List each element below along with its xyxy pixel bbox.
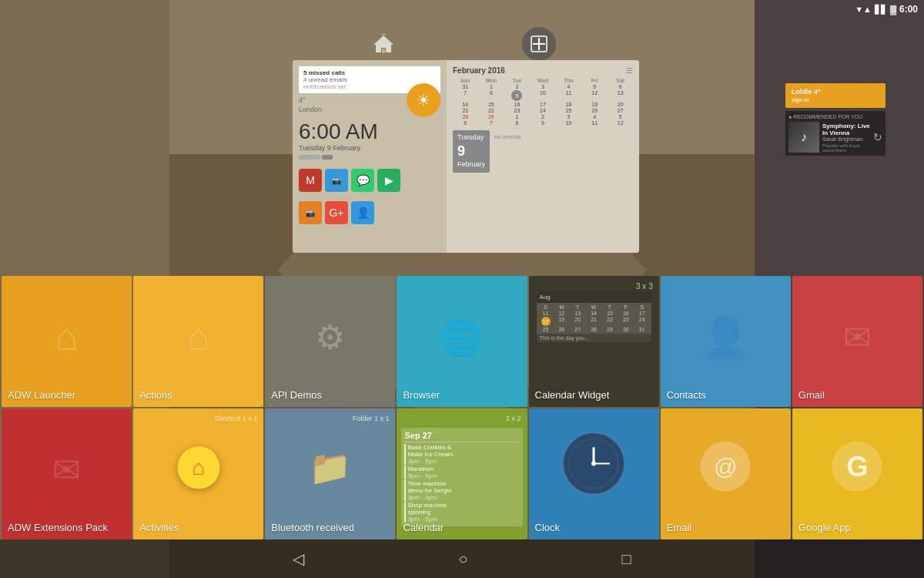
api-demos-icon: ⚙ — [315, 318, 345, 357]
preview-area: 5 missed calls 4 unread emails notificat… — [293, 60, 639, 253]
tile-clock[interactable]: Clock — [529, 408, 659, 539]
tile-adw-launcher[interactable]: ⌂ ADW Launcher — [2, 276, 132, 407]
browser-label: Browser — [403, 389, 521, 401]
api-demos-label: API Demos — [271, 389, 389, 401]
adw-extensions-label: ADW Extensions Pack — [8, 522, 126, 533]
home-icon-top[interactable] — [368, 29, 399, 59]
back-button[interactable]: ◁ — [293, 549, 304, 568]
contacts-icon: 👤 — [701, 314, 749, 359]
preview-temp: 4° — [299, 96, 322, 104]
activities-label: Activities — [139, 522, 257, 533]
adw-launcher-icon: ⌂ — [55, 314, 78, 359]
right-widget: Loldie 4° sign-in ● RECOMMENDED FOR YOU … — [785, 83, 886, 156]
right-widget-top: Loldie 4° sign-in — [785, 83, 886, 108]
app-row-1: ⌂ ADW Launcher ⌂ Actions ⚙ API Demos 🌐 B… — [2, 276, 922, 407]
tile-bluetooth[interactable]: Folder 1 x 1 📁 Bluetooth received — [265, 408, 395, 539]
rec-refresh-icon[interactable]: ↻ — [873, 131, 882, 143]
app-row-2: ✉ ADW Extensions Pack Shortcut 1 x 1 ⌂ A… — [2, 408, 922, 539]
home-button[interactable]: ○ — [458, 550, 467, 568]
wifi-icon: ▼▲ — [855, 5, 872, 14]
tile-adw-extensions[interactable]: ✉ ADW Extensions Pack — [2, 408, 132, 539]
preview-left-panel: 5 missed calls 4 unread emails notificat… — [293, 60, 447, 253]
shortcut-badge: Shortcut 1 x 1 — [215, 415, 258, 422]
activities-icon: ⌂ — [177, 446, 219, 489]
calendar-2x2-badge: 2 x 2 — [506, 415, 521, 422]
rec-song-title: Symphony: Live In Vienna — [822, 123, 870, 136]
calendar-grid: SunMonTueWedThuFriSat 31123456 789101112… — [453, 78, 633, 126]
tile-actions[interactable]: ⌂ Actions — [133, 276, 263, 407]
svg-rect-0 — [381, 34, 386, 35]
email-icon: @ — [701, 442, 751, 492]
calendar-widget-badge: 3 x 3 — [636, 282, 653, 291]
status-bar: ▼▲ ▋▋ ▓ 6:00 — [832, 0, 924, 18]
preview-apps-2: 📷 G+ 👤 — [299, 201, 440, 224]
preview-apps: M 📷 💬 ▶ — [299, 169, 440, 192]
tile-activities[interactable]: Shortcut 1 x 1 ⌂ Activities — [133, 408, 263, 539]
tile-calendar-widget[interactable]: 3 x 3 Aug SMTWTFS 11121314151617 17 1920… — [529, 276, 659, 407]
tile-contacts[interactable]: 👤 Contacts — [661, 276, 791, 407]
actions-label: Actions — [139, 389, 257, 401]
tile-email[interactable]: @ Email — [661, 408, 791, 539]
battery-icon: ▓ — [890, 5, 896, 14]
preview-location: London — [299, 106, 322, 113]
adw-launcher-label: ADW Launcher — [8, 389, 126, 401]
tile-calendar[interactable]: 2 x 2 Sep 27 Bake Cookies &Make Ice Crea… — [397, 408, 527, 539]
nav-bar: ◁ ○ □ — [0, 539, 924, 578]
tile-google-app[interactable]: G Google App — [792, 408, 922, 539]
actions-icon: ⌂ — [187, 314, 210, 359]
recommended-label: ● RECOMMENDED FOR YOU — [788, 114, 882, 119]
tile-browser[interactable]: 🌐 Browser — [397, 276, 527, 407]
no-events: no events — [494, 130, 521, 140]
google-icon: G — [832, 442, 882, 492]
tile-api-demos[interactable]: ⚙ API Demos — [265, 276, 395, 407]
gmail-label: Gmail — [798, 389, 916, 401]
rec-artist: Sarah Brightman — [822, 136, 870, 142]
folder-icon: 📁 — [309, 448, 351, 488]
top-icons-area — [368, 27, 556, 61]
clock-label: Clock — [535, 522, 653, 533]
google-app-label: Google App — [798, 522, 916, 533]
add-widget-icon[interactable] — [522, 27, 556, 61]
clock-icon — [559, 429, 628, 499]
app-grid: ⌂ ADW Launcher ⌂ Actions ⚙ API Demos 🌐 B… — [0, 276, 924, 539]
recent-apps-button[interactable]: □ — [622, 550, 631, 568]
svg-point-8 — [591, 462, 596, 466]
status-time: 6:00 — [899, 4, 918, 15]
calendar-widget-label: Calendar Widget — [535, 389, 653, 401]
preview-date: Tuesday 9 February — [299, 144, 440, 152]
folder-badge: Folder 1 x 1 — [353, 415, 390, 422]
rec-thumbnail: ♪ — [788, 122, 819, 153]
rec-pop-label: Popular with Enya subscribers — [822, 143, 870, 153]
browser-icon: 🌐 — [440, 318, 483, 358]
preview-calendar: February 2016 ☰ SunMonTueWedThuFriSat 31… — [447, 60, 639, 253]
gmail-icon: ✉ — [843, 318, 872, 357]
preview-weather-icon: ☀ — [407, 83, 440, 117]
email-label: Email — [667, 522, 785, 533]
svg-rect-2 — [533, 43, 545, 45]
calendar-month-label: February 2016 — [453, 66, 505, 75]
contacts-label: Contacts — [667, 389, 785, 401]
signal-icon: ▋▋ — [875, 5, 887, 15]
bluetooth-label: Bluetooth received — [271, 522, 389, 533]
preview-clock: 6:00 AM — [299, 119, 440, 144]
tile-gmail[interactable]: ✉ Gmail — [792, 276, 922, 407]
adw-extensions-icon: ✉ — [52, 450, 81, 489]
right-widget-recommended: ● RECOMMENDED FOR YOU ♪ Symphony: Live I… — [785, 111, 886, 156]
